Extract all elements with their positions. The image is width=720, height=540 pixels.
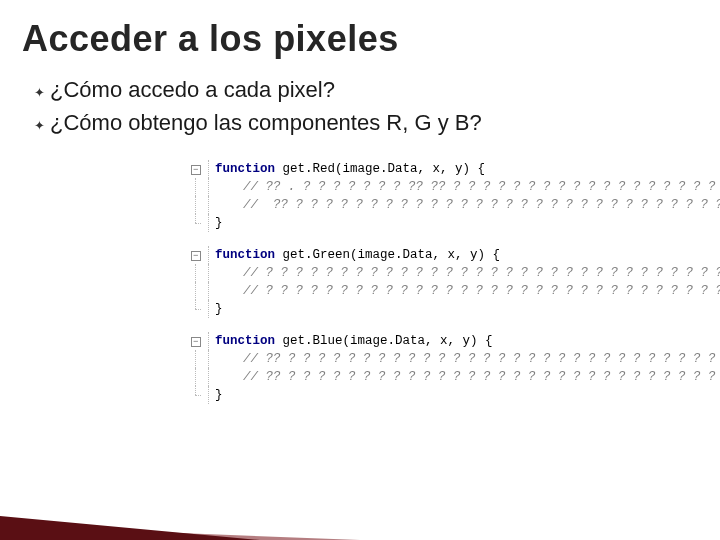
code-comment: // ?? ? ? ? ? ? ? ? ? ? ? ? ? ? ? ? ? ? … <box>243 352 720 366</box>
code-keyword: function <box>215 162 275 176</box>
code-block-getblue: function get.Blue(image.Data, x, y) { //… <box>185 332 665 404</box>
bullet-list: ✦ ¿Cómo accedo a cada pixel? ✦ ¿Cómo obt… <box>0 66 720 140</box>
code-fn-name: get.Blue <box>283 334 343 348</box>
code-close-brace: } <box>215 302 223 316</box>
bullet-text: ¿Cómo obtengo las componentes R, G y B? <box>50 109 482 137</box>
code-close-brace: } <box>215 388 223 402</box>
code-comment: // ?? ? ? ? ? ? ? ? ? ? ? ? ? ? ? ? ? ? … <box>243 198 720 212</box>
code-params: (image.Data, x, y) { <box>350 248 500 262</box>
code-area: function get.Red(image.Data, x, y) { // … <box>185 160 665 404</box>
code-comment: // ?? . ? ? ? ? ? ? ? ?? ?? ? ? ? ? ? ? … <box>243 180 720 194</box>
code-keyword: function <box>215 334 275 348</box>
code-comment: // ?? ? ? ? ? ? ? ? ? ? ? ? ? ? ? ? ? ? … <box>243 370 720 384</box>
code-fn-name: get.Green <box>283 248 351 262</box>
code-block-getred: function get.Red(image.Data, x, y) { // … <box>185 160 665 232</box>
code-fn-name: get.Red <box>283 162 336 176</box>
code-params: (image.Data, x, y) { <box>335 162 485 176</box>
list-item: ✦ ¿Cómo accedo a cada pixel? <box>34 76 720 107</box>
slide-title: Acceder a los pixeles <box>0 0 720 66</box>
code-keyword: function <box>215 248 275 262</box>
bullet-icon: ✦ <box>34 79 50 107</box>
accent-shape <box>0 516 260 540</box>
code-close-brace: } <box>215 216 223 230</box>
bullet-icon: ✦ <box>34 112 50 140</box>
list-item: ✦ ¿Cómo obtengo las componentes R, G y B… <box>34 109 720 140</box>
code-comment: // ? ? ? ? ? ? ? ? ? ? ? ? ? ? ? ? ? ? ?… <box>243 284 720 298</box>
code-block-getgreen: function get.Green(image.Data, x, y) { /… <box>185 246 665 318</box>
code-comment: // ? ? ? ? ? ? ? ? ? ? ? ? ? ? ? ? ? ? ?… <box>243 266 720 280</box>
code-params: (image.Data, x, y) { <box>343 334 493 348</box>
bullet-text: ¿Cómo accedo a cada pixel? <box>50 76 335 104</box>
